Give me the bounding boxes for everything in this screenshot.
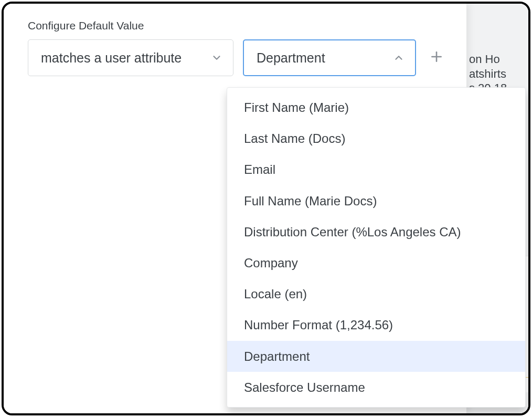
dropdown-item[interactable]: Last Name (Docs) [227, 123, 525, 154]
attribute-select[interactable]: Department [243, 39, 416, 76]
dropdown-item[interactable]: First Name (Marie) [227, 92, 525, 123]
add-condition-button[interactable] [425, 47, 448, 69]
attribute-select-value: Department [257, 50, 325, 66]
dropdown-item[interactable]: Locale (en) [227, 278, 525, 309]
plus-icon [430, 50, 443, 66]
dropdown-item[interactable]: Full Name (Marie Docs) [227, 185, 525, 216]
bg-text: atshirts [469, 67, 525, 81]
attribute-dropdown-menu: First Name (Marie)Last Name (Docs)EmailF… [227, 87, 526, 408]
chevron-up-icon [393, 52, 405, 64]
section-label: Configure Default Value [28, 19, 448, 32]
dropdown-item[interactable]: Distribution Center (%Los Angeles CA) [227, 216, 525, 247]
chevron-down-icon [211, 52, 222, 64]
dropdown-item[interactable]: Email [227, 154, 525, 185]
condition-select-value: matches a user attribute [41, 50, 182, 66]
bg-text: on Ho [469, 52, 525, 67]
dropdown-item[interactable]: Number Format (1,234.56) [227, 309, 525, 340]
dropdown-item[interactable]: Company [227, 247, 525, 278]
dropdown-item[interactable]: Department [227, 341, 525, 372]
controls-row: matches a user attribute Department [28, 39, 448, 76]
condition-select[interactable]: matches a user attribute [28, 39, 233, 76]
dropdown-item[interactable]: Salesforce Username [227, 372, 525, 403]
